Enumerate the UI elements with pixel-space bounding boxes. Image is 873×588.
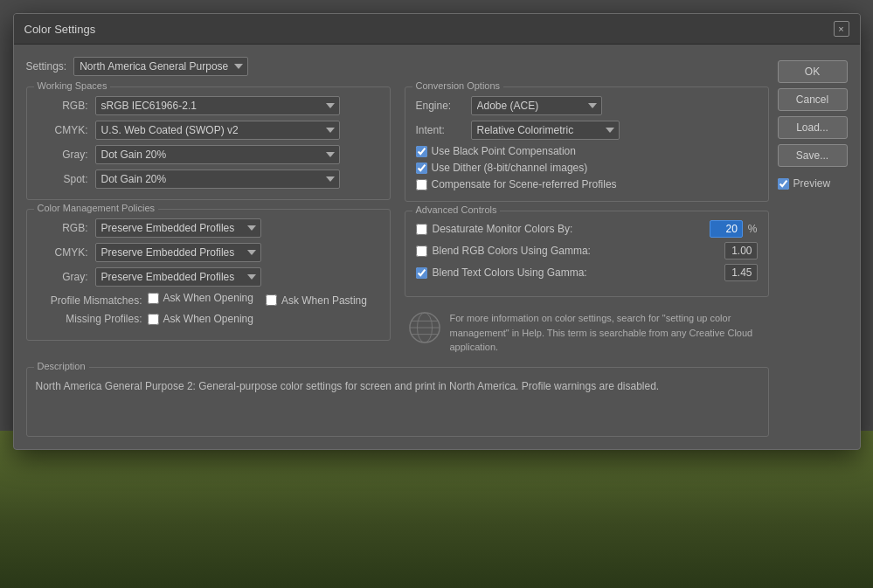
working-spaces-label: Working Spaces	[34, 80, 111, 91]
blend-rgb-checkbox[interactable]	[416, 246, 427, 257]
policy-gray-label: Gray:	[38, 271, 88, 283]
spot-row: Spot: Dot Gain 20%	[38, 169, 379, 189]
main-area: Settings: North America General Purpose …	[26, 57, 769, 437]
color-settings-dialog: Color Settings × Settings: North America…	[13, 13, 861, 450]
desaturate-input[interactable]	[710, 220, 743, 238]
engine-select[interactable]: Adobe (ACE)	[471, 96, 602, 115]
ask-opening-2-checkbox[interactable]	[148, 314, 159, 325]
compensate-checkbox[interactable]	[416, 179, 427, 190]
color-management-label: Color Management Policies	[34, 203, 159, 213]
missing-profiles-label: Missing Profiles:	[38, 313, 142, 325]
advanced-controls-group: Advanced Controls Desaturate Monitor Col…	[405, 211, 769, 297]
blend-rgb-row: Blend RGB Colors Using Gamma:	[416, 242, 758, 259]
profile-mismatches-label: Profile Mismatches:	[38, 294, 142, 307]
compensate-label[interactable]: Compensate for Scene-referred Profiles	[432, 178, 617, 190]
info-text: For more information on color settings, …	[450, 311, 766, 355]
dither-label[interactable]: Use Dither (8-bit/channel images)	[432, 162, 588, 174]
intent-label: Intent:	[416, 124, 464, 136]
engine-row: Engine: Adobe (ACE)	[416, 96, 758, 115]
blend-text-row: Blend Text Colors Using Gamma:	[416, 264, 758, 281]
cmyk-row: CMYK: U.S. Web Coated (SWOP) v2	[38, 121, 379, 140]
preview-checkbox[interactable]	[778, 178, 789, 190]
spot-label: Spot:	[38, 173, 88, 185]
conversion-options-label: Conversion Options	[412, 80, 504, 91]
gray-row: Gray: Dot Gain 20%	[38, 145, 379, 164]
black-point-label[interactable]: Use Black Point Compensation	[432, 145, 576, 157]
color-management-group: Color Management Policies RGB: Preserve …	[26, 209, 391, 341]
engine-label: Engine:	[416, 100, 464, 112]
intent-select[interactable]: Relative Colorimetric	[471, 121, 620, 140]
policy-cmyk-label: CMYK:	[38, 246, 88, 259]
policy-rgb-row: RGB: Preserve Embedded Profiles	[38, 218, 379, 238]
ok-button[interactable]: OK	[778, 60, 848, 83]
description-area: Description North America General Purpos…	[26, 367, 769, 437]
intent-row: Intent: Relative Colorimetric	[416, 121, 758, 140]
policy-cmyk-row: CMYK: Preserve Embedded Profiles	[38, 243, 379, 262]
gray-select[interactable]: Dot Gain 20%	[95, 145, 340, 164]
blend-text-checkbox[interactable]	[416, 267, 427, 279]
ask-opening-1-checkbox[interactable]	[148, 293, 159, 304]
cmyk-label: CMYK:	[38, 124, 88, 136]
policy-cmyk-select[interactable]: Preserve Embedded Profiles	[95, 243, 261, 262]
working-spaces-group: Working Spaces RGB: sRGB IEC61966-2.1 CM…	[26, 86, 391, 200]
blend-text-input[interactable]	[724, 264, 758, 281]
ask-opening-1-row: Ask When Opening	[148, 292, 253, 304]
blend-text-label: Blend Text Colors Using Gamma:	[433, 266, 719, 279]
advanced-controls-label: Advanced Controls	[412, 204, 501, 215]
settings-row: Settings: North America General Purpose …	[26, 57, 769, 76]
save-button[interactable]: Save...	[778, 144, 848, 167]
dither-row: Use Dither (8-bit/channel images)	[416, 162, 758, 174]
description-title: Description	[34, 361, 89, 371]
ask-pasting-checkbox[interactable]	[266, 294, 277, 306]
description-text: North America General Purpose 2: General…	[36, 375, 759, 394]
rgb-row: RGB: sRGB IEC61966-2.1	[38, 96, 379, 115]
info-globe-icon	[408, 311, 441, 344]
black-point-row: Use Black Point Compensation	[416, 145, 758, 157]
ask-pasting-row: Ask When Pasting	[266, 294, 367, 307]
ask-opening-2-row: Ask When Opening	[148, 313, 253, 325]
blend-rgb-input[interactable]	[724, 242, 758, 259]
close-button[interactable]: ×	[834, 21, 849, 37]
gray-label: Gray:	[38, 149, 88, 161]
missing-profiles-row: Missing Profiles: Ask When Opening	[38, 313, 379, 325]
conversion-options-group: Conversion Options Engine: Adobe (ACE) I…	[405, 86, 769, 202]
settings-select[interactable]: North America General Purpose 2	[73, 57, 248, 76]
two-column-layout: Working Spaces RGB: sRGB IEC61966-2.1 CM…	[26, 86, 769, 360]
right-column: Conversion Options Engine: Adobe (ACE) I…	[405, 86, 769, 360]
policy-rgb-select[interactable]: Preserve Embedded Profiles	[95, 218, 261, 238]
rgb-label: RGB:	[38, 100, 88, 112]
settings-label: Settings:	[26, 60, 67, 73]
title-bar: Color Settings ×	[14, 14, 860, 45]
policy-gray-row: Gray: Preserve Embedded Profiles	[38, 267, 379, 287]
preview-row: Preview	[778, 177, 848, 190]
policy-gray-select[interactable]: Preserve Embedded Profiles	[95, 267, 261, 287]
blend-rgb-label: Blend RGB Colors Using Gamma:	[433, 245, 719, 257]
desaturate-checkbox[interactable]	[416, 224, 427, 235]
ask-pasting-label[interactable]: Ask When Pasting	[281, 294, 367, 307]
load-button[interactable]: Load...	[778, 116, 848, 139]
dialog-title: Color Settings	[24, 23, 96, 36]
side-buttons: OK Cancel Load... Save... Preview	[778, 57, 848, 437]
compensate-row: Compensate for Scene-referred Profiles	[416, 178, 758, 190]
desaturate-pct: %	[748, 223, 758, 235]
profile-mismatches-row: Profile Mismatches: Ask When Opening Ask…	[38, 292, 379, 308]
cancel-button[interactable]: Cancel	[778, 88, 848, 111]
rgb-select[interactable]: sRGB IEC61966-2.1	[95, 96, 340, 115]
left-column: Working Spaces RGB: sRGB IEC61966-2.1 CM…	[26, 86, 391, 360]
desaturate-label: Desaturate Monitor Colors By:	[433, 223, 704, 235]
cmyk-select[interactable]: U.S. Web Coated (SWOP) v2	[95, 121, 340, 140]
policy-rgb-label: RGB:	[38, 222, 88, 234]
preview-label[interactable]: Preview	[793, 177, 831, 190]
spot-select[interactable]: Dot Gain 20%	[95, 169, 340, 189]
ask-opening-2-label[interactable]: Ask When Opening	[163, 313, 253, 325]
dialog-content: Settings: North America General Purpose …	[14, 45, 860, 449]
desaturate-row: Desaturate Monitor Colors By: %	[416, 220, 758, 238]
ask-opening-1-label[interactable]: Ask When Opening	[163, 292, 253, 304]
black-point-checkbox[interactable]	[416, 146, 427, 157]
dither-checkbox[interactable]	[416, 163, 427, 174]
info-box: For more information on color settings, …	[405, 306, 769, 360]
